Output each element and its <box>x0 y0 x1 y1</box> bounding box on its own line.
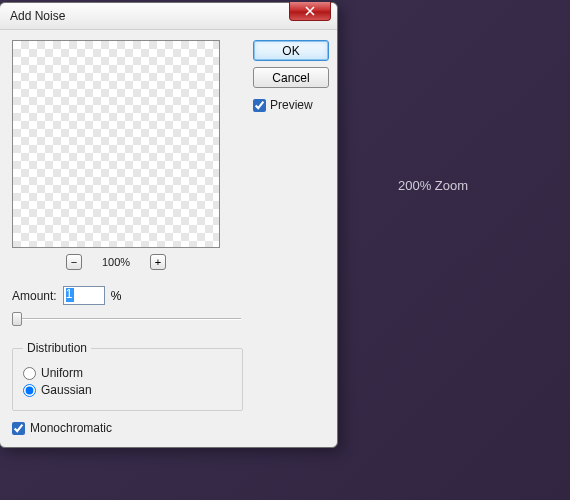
gaussian-radio-row[interactable]: Gaussian <box>23 383 232 397</box>
uniform-radio-row[interactable]: Uniform <box>23 366 232 380</box>
zoom-value: 100% <box>102 256 130 268</box>
gaussian-label: Gaussian <box>41 383 92 397</box>
minus-icon: − <box>71 256 77 268</box>
slider-track <box>14 318 241 320</box>
uniform-label: Uniform <box>41 366 83 380</box>
uniform-radio[interactable] <box>23 367 36 380</box>
close-icon <box>305 6 315 16</box>
transparency-checker <box>13 41 219 247</box>
amount-label: Amount: <box>12 289 57 303</box>
titlebar[interactable]: Add Noise <box>0 3 337 30</box>
close-button[interactable] <box>289 2 331 21</box>
amount-unit: % <box>111 289 122 303</box>
canvas-zoom-label: 200% Zoom <box>398 178 468 193</box>
slider-thumb[interactable] <box>12 312 22 326</box>
amount-slider[interactable] <box>12 311 243 327</box>
distribution-legend: Distribution <box>23 341 91 355</box>
dialog-title: Add Noise <box>10 9 65 23</box>
add-noise-dialog: Add Noise − 100% + Amount: 1 % <box>0 2 338 448</box>
distribution-group: Distribution Uniform Gaussian <box>12 341 243 411</box>
cancel-button[interactable]: Cancel <box>253 67 329 88</box>
ok-button[interactable]: OK <box>253 40 329 61</box>
monochromatic-checkbox[interactable] <box>12 422 25 435</box>
zoom-in-button[interactable]: + <box>150 254 166 270</box>
preview-checkbox-row[interactable]: Preview <box>253 98 325 112</box>
gaussian-radio[interactable] <box>23 384 36 397</box>
monochromatic-label: Monochromatic <box>30 421 112 435</box>
preview-checkbox-label: Preview <box>270 98 313 112</box>
preview-area <box>12 40 220 248</box>
plus-icon: + <box>155 256 161 268</box>
preview-checkbox[interactable] <box>253 99 266 112</box>
zoom-out-button[interactable]: − <box>66 254 82 270</box>
monochromatic-row[interactable]: Monochromatic <box>12 421 243 435</box>
text-selection-value: 1 <box>66 287 73 301</box>
